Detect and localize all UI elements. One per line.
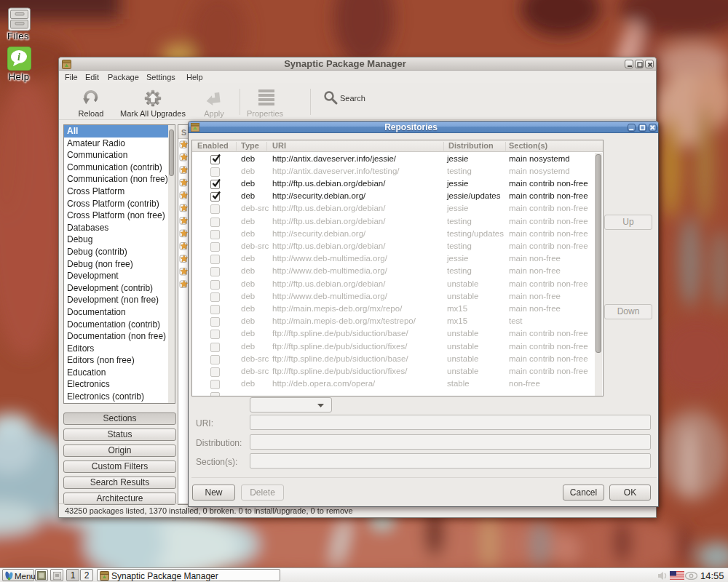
svg-text:i: i — [17, 52, 20, 63]
